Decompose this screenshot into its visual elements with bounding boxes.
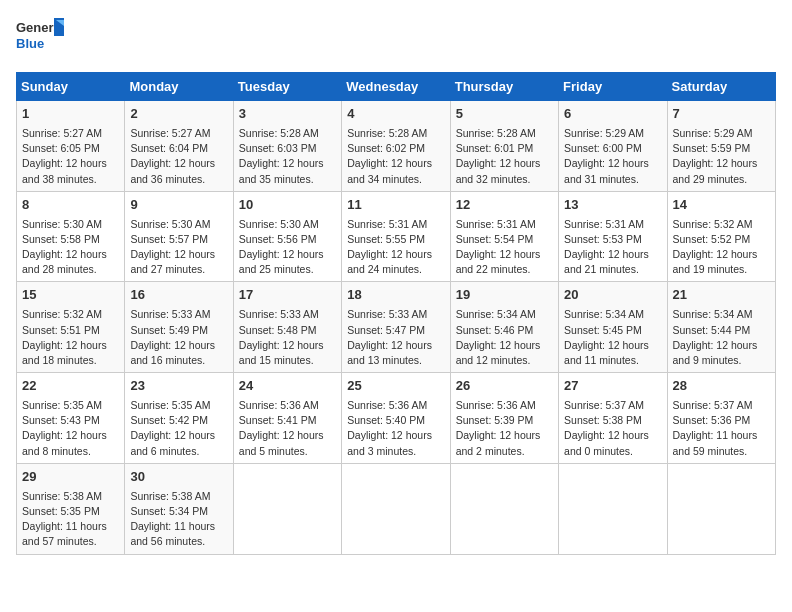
daylight-label: Daylight: 12 hours [673, 248, 758, 260]
calendar-cell: 22Sunrise: 5:35 AMSunset: 5:43 PMDayligh… [17, 373, 125, 464]
daylight-minutes: and 24 minutes. [347, 263, 422, 275]
sunrise-text: Sunrise: 5:28 AM [456, 127, 536, 139]
sunrise-text: Sunrise: 5:27 AM [22, 127, 102, 139]
daylight-label: Daylight: 12 hours [456, 157, 541, 169]
day-number: 24 [239, 377, 336, 396]
col-header-tuesday: Tuesday [233, 73, 341, 101]
sunset-text: Sunset: 5:48 PM [239, 324, 317, 336]
daylight-minutes: and 0 minutes. [564, 445, 633, 457]
sunset-text: Sunset: 6:04 PM [130, 142, 208, 154]
day-number: 15 [22, 286, 119, 305]
calendar-cell [559, 463, 667, 554]
sunset-text: Sunset: 5:42 PM [130, 414, 208, 426]
day-number: 12 [456, 196, 553, 215]
calendar-table: SundayMondayTuesdayWednesdayThursdayFrid… [16, 72, 776, 555]
daylight-minutes: and 59 minutes. [673, 445, 748, 457]
daylight-minutes: and 16 minutes. [130, 354, 205, 366]
calendar-cell [233, 463, 341, 554]
day-number: 7 [673, 105, 770, 124]
daylight-minutes: and 3 minutes. [347, 445, 416, 457]
sunrise-text: Sunrise: 5:28 AM [239, 127, 319, 139]
day-number: 16 [130, 286, 227, 305]
calendar-cell: 23Sunrise: 5:35 AMSunset: 5:42 PMDayligh… [125, 373, 233, 464]
col-header-thursday: Thursday [450, 73, 558, 101]
col-header-friday: Friday [559, 73, 667, 101]
calendar-cell: 8Sunrise: 5:30 AMSunset: 5:58 PMDaylight… [17, 191, 125, 282]
calendar-cell: 18Sunrise: 5:33 AMSunset: 5:47 PMDayligh… [342, 282, 450, 373]
calendar-cell [450, 463, 558, 554]
day-number: 25 [347, 377, 444, 396]
sunrise-text: Sunrise: 5:35 AM [130, 399, 210, 411]
sunset-text: Sunset: 5:45 PM [564, 324, 642, 336]
sunset-text: Sunset: 5:35 PM [22, 505, 100, 517]
day-number: 13 [564, 196, 661, 215]
daylight-minutes: and 5 minutes. [239, 445, 308, 457]
daylight-minutes: and 2 minutes. [456, 445, 525, 457]
calendar-cell: 25Sunrise: 5:36 AMSunset: 5:40 PMDayligh… [342, 373, 450, 464]
day-number: 29 [22, 468, 119, 487]
sunset-text: Sunset: 5:52 PM [673, 233, 751, 245]
sunset-text: Sunset: 5:57 PM [130, 233, 208, 245]
sunrise-text: Sunrise: 5:29 AM [673, 127, 753, 139]
sunrise-text: Sunrise: 5:30 AM [239, 218, 319, 230]
calendar-cell [667, 463, 775, 554]
daylight-label: Daylight: 12 hours [347, 157, 432, 169]
daylight-label: Daylight: 12 hours [564, 157, 649, 169]
day-number: 9 [130, 196, 227, 215]
daylight-label: Daylight: 12 hours [456, 339, 541, 351]
daylight-minutes: and 57 minutes. [22, 535, 97, 547]
daylight-label: Daylight: 12 hours [673, 157, 758, 169]
calendar-cell: 10Sunrise: 5:30 AMSunset: 5:56 PMDayligh… [233, 191, 341, 282]
calendar-cell: 14Sunrise: 5:32 AMSunset: 5:52 PMDayligh… [667, 191, 775, 282]
week-row-2: 8Sunrise: 5:30 AMSunset: 5:58 PMDaylight… [17, 191, 776, 282]
daylight-label: Daylight: 12 hours [22, 339, 107, 351]
calendar-cell: 5Sunrise: 5:28 AMSunset: 6:01 PMDaylight… [450, 101, 558, 192]
calendar-cell: 15Sunrise: 5:32 AMSunset: 5:51 PMDayligh… [17, 282, 125, 373]
day-number: 5 [456, 105, 553, 124]
calendar-cell: 17Sunrise: 5:33 AMSunset: 5:48 PMDayligh… [233, 282, 341, 373]
day-number: 10 [239, 196, 336, 215]
daylight-label: Daylight: 12 hours [130, 157, 215, 169]
daylight-label: Daylight: 12 hours [456, 429, 541, 441]
day-number: 27 [564, 377, 661, 396]
sunrise-text: Sunrise: 5:34 AM [564, 308, 644, 320]
day-number: 1 [22, 105, 119, 124]
sunset-text: Sunset: 5:41 PM [239, 414, 317, 426]
daylight-label: Daylight: 12 hours [456, 248, 541, 260]
col-header-wednesday: Wednesday [342, 73, 450, 101]
sunrise-text: Sunrise: 5:37 AM [673, 399, 753, 411]
daylight-minutes: and 9 minutes. [673, 354, 742, 366]
day-number: 3 [239, 105, 336, 124]
svg-text:Blue: Blue [16, 36, 44, 51]
sunrise-text: Sunrise: 5:35 AM [22, 399, 102, 411]
calendar-cell: 3Sunrise: 5:28 AMSunset: 6:03 PMDaylight… [233, 101, 341, 192]
calendar-cell: 4Sunrise: 5:28 AMSunset: 6:02 PMDaylight… [342, 101, 450, 192]
day-number: 22 [22, 377, 119, 396]
sunset-text: Sunset: 5:59 PM [673, 142, 751, 154]
sunrise-text: Sunrise: 5:28 AM [347, 127, 427, 139]
sunset-text: Sunset: 5:46 PM [456, 324, 534, 336]
sunset-text: Sunset: 5:43 PM [22, 414, 100, 426]
sunrise-text: Sunrise: 5:31 AM [564, 218, 644, 230]
sunrise-text: Sunrise: 5:30 AM [22, 218, 102, 230]
sunrise-text: Sunrise: 5:36 AM [347, 399, 427, 411]
sunset-text: Sunset: 5:51 PM [22, 324, 100, 336]
daylight-minutes: and 19 minutes. [673, 263, 748, 275]
day-number: 6 [564, 105, 661, 124]
calendar-cell: 21Sunrise: 5:34 AMSunset: 5:44 PMDayligh… [667, 282, 775, 373]
day-number: 8 [22, 196, 119, 215]
daylight-label: Daylight: 12 hours [564, 248, 649, 260]
sunrise-text: Sunrise: 5:32 AM [22, 308, 102, 320]
daylight-minutes: and 56 minutes. [130, 535, 205, 547]
col-header-saturday: Saturday [667, 73, 775, 101]
calendar-cell: 26Sunrise: 5:36 AMSunset: 5:39 PMDayligh… [450, 373, 558, 464]
calendar-cell [342, 463, 450, 554]
daylight-label: Daylight: 11 hours [673, 429, 758, 441]
sunrise-text: Sunrise: 5:34 AM [673, 308, 753, 320]
calendar-cell: 13Sunrise: 5:31 AMSunset: 5:53 PMDayligh… [559, 191, 667, 282]
daylight-minutes: and 6 minutes. [130, 445, 199, 457]
calendar-cell: 1Sunrise: 5:27 AMSunset: 6:05 PMDaylight… [17, 101, 125, 192]
daylight-label: Daylight: 11 hours [130, 520, 215, 532]
sunrise-text: Sunrise: 5:36 AM [456, 399, 536, 411]
sunset-text: Sunset: 6:03 PM [239, 142, 317, 154]
